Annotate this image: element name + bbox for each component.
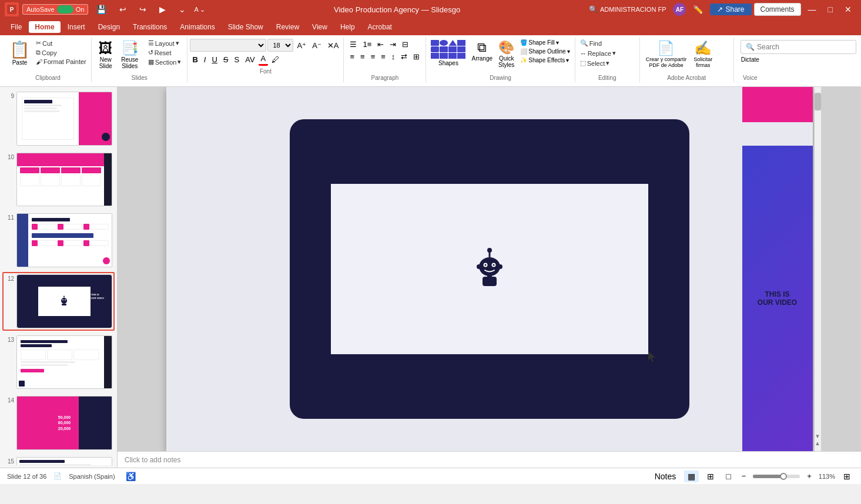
slide-language: Spanish (Spain) <box>69 473 115 480</box>
view-reading-button[interactable]: □ <box>722 471 734 482</box>
shape-outline-button[interactable]: ⬜ Shape Outline ▾ <box>518 48 572 55</box>
font-family-select[interactable] <box>190 39 266 52</box>
minimize-button[interactable]: — <box>803 4 821 15</box>
bullets-button[interactable]: ☰ <box>347 39 359 50</box>
shapes-button[interactable]: Shapes <box>428 39 468 68</box>
autosave-state: On <box>76 6 85 13</box>
italic-button[interactable]: I <box>202 54 209 65</box>
zoom-slider[interactable] <box>753 475 800 478</box>
pen-button[interactable]: ✏️ <box>688 4 708 15</box>
notes-status-button[interactable]: Notes <box>651 471 680 482</box>
indent-increase-button[interactable]: ⇥ <box>387 39 398 50</box>
align-left-button[interactable]: ≡ <box>347 51 357 62</box>
accessibility-button[interactable]: ♿ <box>122 471 139 482</box>
highlight-button[interactable]: 🖊 <box>269 54 282 65</box>
clear-format-button[interactable]: ✕A <box>325 40 341 51</box>
search-title-icon[interactable]: 🔍 <box>589 5 598 14</box>
numbering-button[interactable]: 1≡ <box>360 39 374 50</box>
zoom-out-button[interactable]: − <box>739 471 749 482</box>
autosave-toggle[interactable] <box>57 5 73 14</box>
menu-slideshow[interactable]: Slide Show <box>222 21 269 33</box>
align-center-button[interactable]: ≡ <box>358 51 367 62</box>
align-right-button[interactable]: ≡ <box>368 51 378 62</box>
format-painter-button[interactable]: 🖌 Format Painter <box>33 58 89 66</box>
layout-button[interactable]: ☰ Layout ▾ <box>146 39 184 48</box>
strikethrough-button[interactable]: S <box>221 54 231 65</box>
quick-styles-button[interactable]: 🎨 Quick Styles <box>496 39 517 69</box>
zoom-in-button[interactable]: + <box>805 471 814 482</box>
menu-acrobat[interactable]: Acrobat <box>362 21 398 33</box>
smartart-button[interactable]: ⊞ <box>411 51 422 62</box>
font-grow-button[interactable]: A⁺ <box>294 40 309 51</box>
view-slidesorter-button[interactable]: ⊞ <box>703 471 718 482</box>
scroll-up-arrow[interactable]: ▲ <box>815 440 821 446</box>
new-slide-button[interactable]: 🖼 New Slide <box>95 39 116 70</box>
bold-button[interactable]: B <box>190 54 200 65</box>
reset-button[interactable]: ↺ Reset <box>146 48 184 57</box>
scroll-down-arrow[interactable]: ▼ <box>815 433 821 439</box>
cut-button[interactable]: ✂ Cut <box>33 39 89 48</box>
text-direction-button[interactable]: ⇄ <box>398 51 410 62</box>
justify-button[interactable]: ≡ <box>378 51 388 62</box>
slide-canvas[interactable]: THIS IS OUR VIDEO ▼ ▲ <box>166 87 813 451</box>
indent-decrease-button[interactable]: ⇤ <box>375 39 386 50</box>
menu-transitions[interactable]: Transitions <box>127 21 173 33</box>
vertical-scrollbar[interactable]: ▼ ▲ <box>814 87 821 451</box>
slide-thumbnail-15[interactable]: 15 <box>2 455 115 465</box>
comments-button[interactable]: Comments <box>754 3 801 16</box>
share-button[interactable]: ↗ Share <box>710 4 751 15</box>
user-avatar[interactable]: AF <box>673 3 686 16</box>
zoom-handle[interactable] <box>780 473 787 480</box>
menu-insert[interactable]: Insert <box>62 21 91 33</box>
section-button[interactable]: ▦ Section ▾ <box>146 58 184 66</box>
menu-file[interactable]: File <box>5 21 28 33</box>
reuse-slides-button[interactable]: 📑 Reuse Slides <box>118 39 142 70</box>
present-button[interactable]: ▶ <box>155 4 170 15</box>
slide-thumbnail-9[interactable]: 9 <box>2 89 115 148</box>
undo-button[interactable]: ↩ <box>115 4 131 15</box>
close-button[interactable]: ✕ <box>840 4 856 15</box>
select-button[interactable]: ⬚ Select ▾ <box>578 59 612 68</box>
view-normal-button[interactable]: ▦ <box>684 471 699 482</box>
menu-animations[interactable]: Animations <box>174 21 220 33</box>
menu-view[interactable]: View <box>306 21 333 33</box>
scrollbar-thumb[interactable] <box>815 93 821 110</box>
status-bar: Slide 12 of 36 📄 Spanish (Spain) ♿ Notes… <box>0 468 861 484</box>
menu-help[interactable]: Help <box>334 21 361 33</box>
char-spacing-button[interactable]: AV <box>243 54 257 65</box>
create-share-pdf-button[interactable]: 📄 Crear y compartir PDF de Adobe <box>644 39 689 69</box>
solicitar-firmas-button[interactable]: ✍ Solicitar firmas <box>691 39 715 69</box>
font-size-select[interactable]: 18 <box>267 39 293 52</box>
paste-button[interactable]: 📋 Paste <box>7 39 32 67</box>
autosave-badge[interactable]: AutoSave On <box>22 4 88 15</box>
slide-thumbnail-12[interactable]: 12 ★ <box>2 272 115 331</box>
search-input-box[interactable]: 🔍 <box>741 40 856 54</box>
customize-button[interactable]: ⌄ <box>174 4 190 15</box>
save-button[interactable]: 💾 <box>92 4 111 15</box>
find-button[interactable]: 🔍 Find <box>578 39 604 48</box>
slide-thumbnail-10[interactable]: 10 <box>2 150 115 209</box>
underline-button[interactable]: U <box>209 54 219 65</box>
line-spacing-button[interactable]: ↕ <box>389 51 398 62</box>
font-shrink-button[interactable]: A⁻ <box>310 40 324 51</box>
fit-window-button[interactable]: ⊞ <box>840 471 854 482</box>
copy-button[interactable]: ⧉ Copy <box>33 48 89 57</box>
menu-home[interactable]: Home <box>29 21 60 33</box>
svg-point-8 <box>479 257 500 276</box>
slide-thumbnail-14[interactable]: 14 50,00080,00020,000 <box>2 394 115 452</box>
arrange-button[interactable]: ⧉ Arrange <box>469 39 495 63</box>
menu-review[interactable]: Review <box>270 21 305 33</box>
shadow-button[interactable]: S <box>232 54 242 65</box>
search-input[interactable] <box>757 43 851 51</box>
shape-effects-button[interactable]: ✨ Shape Effects ▾ <box>518 56 572 64</box>
shape-fill-button[interactable]: 🪣 Shape Fill ▾ <box>518 39 572 46</box>
notes-bar[interactable]: Click to add notes <box>118 451 861 468</box>
slide-thumbnail-11[interactable]: 11 <box>2 211 115 270</box>
maximize-button[interactable]: □ <box>823 4 837 15</box>
font-color-button[interactable]: A <box>259 53 269 66</box>
replace-button[interactable]: ↔ Replace ▾ <box>578 49 618 58</box>
slide-thumbnail-13[interactable]: 13 <box>2 333 115 392</box>
cols-button[interactable]: ⊟ <box>400 39 411 50</box>
menu-design[interactable]: Design <box>92 21 126 33</box>
redo-button[interactable]: ↪ <box>135 4 151 15</box>
